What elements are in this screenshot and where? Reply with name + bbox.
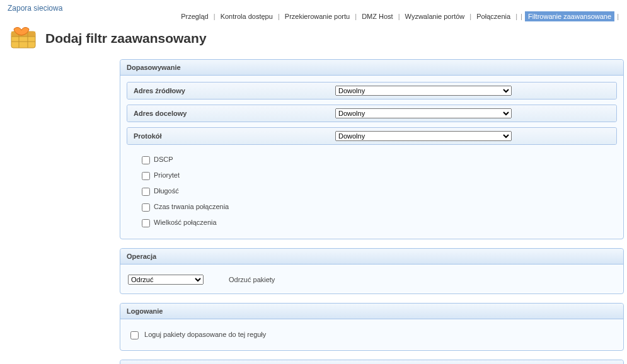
check-size[interactable]: Wielkość połączenia bbox=[139, 215, 614, 231]
logging-check-input[interactable] bbox=[130, 331, 139, 339]
panel-matching-header: Dopasowywanie bbox=[120, 60, 623, 76]
nav-sep: | bbox=[469, 13, 472, 20]
source-address-select[interactable]: Dowolny bbox=[335, 86, 512, 96]
check-priority[interactable]: Priorytet bbox=[139, 168, 614, 184]
nav-item-connections[interactable]: Połączenia bbox=[474, 11, 513, 21]
logging-check[interactable]: Loguj pakiety dopasowane do tej reguły bbox=[128, 331, 266, 338]
check-length-input[interactable] bbox=[142, 188, 150, 196]
nav-item-advfilter[interactable]: Filtrowanie zaawansowane bbox=[525, 11, 614, 21]
nav-item-dmz[interactable]: DMZ Host bbox=[359, 11, 396, 21]
nav-item-trigger[interactable]: Wyzwalanie portów bbox=[403, 11, 468, 21]
check-priority-label: Priorytet bbox=[154, 171, 180, 179]
nav-sep: | bbox=[616, 13, 619, 20]
nav-sep: | bbox=[213, 13, 216, 20]
protocol-label: Protokół bbox=[134, 132, 335, 140]
top-nav: Przegląd | Kontrola dostępu | Przekierow… bbox=[6, 11, 621, 25]
check-length-label: Długość bbox=[154, 187, 179, 195]
check-duration-input[interactable] bbox=[142, 203, 150, 212]
nav-sep: | bbox=[354, 13, 357, 20]
match-flags: DSCP Priorytet Długość Czas trwania połą… bbox=[127, 150, 617, 232]
row-source: Adres źródłowy Dowolny bbox=[127, 82, 617, 100]
firewall-icon bbox=[10, 25, 37, 52]
operation-desc: Odrzuć pakiety bbox=[229, 276, 275, 283]
title-row: Dodaj filtr zaawansowany bbox=[6, 25, 621, 59]
row-protocol: Protokół Dowolny bbox=[127, 127, 617, 145]
nav-sep: | bbox=[520, 13, 523, 20]
page-title: Dodaj filtr zaawansowany bbox=[45, 31, 207, 46]
panel-operation: Operacja Odrzuć Odrzuć pakiety bbox=[120, 248, 624, 294]
panel-matching: Dopasowywanie Adres źródłowy Dowolny Adr… bbox=[120, 59, 624, 239]
operation-select[interactable]: Odrzuć bbox=[128, 275, 204, 285]
dest-address-label: Adres docelowy bbox=[134, 110, 335, 117]
check-dscp[interactable]: DSCP bbox=[139, 152, 614, 168]
nav-item-overview[interactable]: Przegląd bbox=[178, 11, 210, 21]
row-dest: Adres docelowy Dowolny bbox=[127, 105, 617, 122]
panel-operation-header: Operacja bbox=[120, 249, 623, 264]
nav-item-access[interactable]: Kontrola dostępu bbox=[218, 11, 275, 21]
nav-sep: | bbox=[277, 13, 280, 20]
nav-sep: | bbox=[398, 13, 401, 20]
check-duration-label: Czas trwania połączenia bbox=[154, 203, 229, 210]
check-priority-input[interactable] bbox=[142, 172, 150, 180]
panel-schedule: Harmonogram Zawsze bbox=[120, 360, 624, 364]
dest-address-select[interactable]: Dowolny bbox=[335, 108, 512, 118]
check-duration[interactable]: Czas trwania połączenia bbox=[139, 200, 614, 215]
check-dscp-label: DSCP bbox=[154, 156, 173, 163]
check-size-label: Wielkość połączenia bbox=[154, 219, 217, 226]
protocol-select[interactable]: Dowolny bbox=[335, 131, 512, 141]
panel-logging: Logowanie Loguj pakiety dopasowane do te… bbox=[120, 303, 624, 351]
check-size-input[interactable] bbox=[142, 219, 150, 227]
check-length[interactable]: Długość bbox=[139, 184, 614, 200]
nav-sep: | bbox=[515, 13, 518, 20]
logging-check-label: Loguj pakiety dopasowane do tej reguły bbox=[144, 331, 266, 338]
check-dscp-input[interactable] bbox=[142, 156, 150, 164]
nav-item-portfwd[interactable]: Przekierowanie portu bbox=[282, 11, 352, 21]
panel-logging-header: Logowanie bbox=[120, 304, 623, 319]
source-address-label: Adres źródłowy bbox=[134, 87, 335, 94]
breadcrumb-link[interactable]: Zapora sieciowa bbox=[8, 4, 62, 13]
